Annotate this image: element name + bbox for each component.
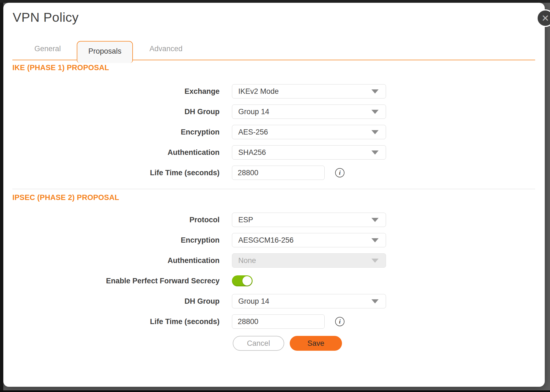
ipsec-life-time-input[interactable]	[232, 314, 325, 329]
ike-authentication-select[interactable]: SHA256	[232, 145, 386, 160]
ike-dh-group-row: DH Group Group 14	[3, 105, 545, 119]
chevron-down-icon	[371, 238, 379, 242]
protocol-row: Protocol ESP	[3, 213, 545, 227]
chevron-down-icon	[371, 110, 379, 114]
chevron-down-icon	[371, 299, 379, 303]
pfs-toggle[interactable]	[232, 275, 253, 286]
exchange-label: Exchange	[3, 87, 220, 96]
info-icon[interactable]: i	[335, 168, 344, 177]
ipsec-dh-group-row: DH Group Group 14	[3, 294, 545, 308]
ike-life-time-row: Life Time (seconds) i	[3, 166, 545, 180]
ipsec-authentication-value: None	[238, 256, 256, 265]
tab-proposals[interactable]: Proposals	[77, 41, 133, 63]
ike-authentication-label: Authentication	[3, 148, 220, 157]
exchange-select[interactable]: IKEv2 Mode	[232, 84, 386, 98]
tab-general[interactable]: General	[34, 45, 61, 60]
info-icon-glyph: i	[339, 318, 341, 325]
protocol-select[interactable]: ESP	[232, 213, 386, 227]
pfs-row: Enable Perfect Forward Secrecy	[3, 274, 545, 288]
close-icon: ✕	[541, 13, 549, 23]
ipsec-phase2-heading: IPSEC (PHASE 2) PROPOSAL	[12, 193, 545, 202]
exchange-row: Exchange IKEv2 Mode	[3, 84, 545, 98]
info-icon[interactable]: i	[335, 317, 344, 326]
ike-phase1-heading: IKE (PHASE 1) PROPOSAL	[12, 64, 545, 72]
ike-encryption-label: Encryption	[3, 128, 220, 136]
background-bottom-edge	[0, 390, 550, 392]
ipsec-phase2-form: Protocol ESP Encryption AESGCM16-256 Aut…	[3, 213, 545, 329]
ike-encryption-select[interactable]: AES-256	[232, 125, 386, 139]
ike-life-time-input[interactable]	[232, 166, 325, 180]
ipsec-authentication-select-disabled: None	[232, 253, 386, 268]
ike-dh-group-label: DH Group	[3, 108, 220, 116]
ipsec-dh-group-label: DH Group	[3, 297, 220, 306]
ike-dh-group-value: Group 14	[238, 108, 269, 116]
chevron-down-icon	[371, 218, 379, 222]
page-title: VPN Policy	[13, 10, 545, 25]
exchange-value: IKEv2 Mode	[238, 87, 279, 96]
ipsec-dh-group-value: Group 14	[238, 297, 269, 306]
chevron-down-icon	[371, 89, 379, 94]
vpn-policy-dialog: VPN Policy General Proposals Advanced IK…	[3, 3, 545, 387]
ipsec-dh-group-select[interactable]: Group 14	[232, 294, 386, 308]
ipsec-encryption-select[interactable]: AESGCM16-256	[232, 233, 386, 247]
ipsec-life-time-row: Life Time (seconds) i	[3, 314, 545, 329]
protocol-value: ESP	[238, 216, 253, 224]
tab-bar: General Proposals Advanced	[12, 41, 535, 60]
chevron-down-icon	[371, 150, 379, 155]
action-buttons: Cancel Save	[233, 336, 545, 351]
ipsec-encryption-label: Encryption	[3, 236, 220, 245]
ipsec-authentication-row: Authentication None	[3, 253, 545, 268]
pfs-label: Enable Perfect Forward Secrecy	[3, 277, 220, 285]
ike-authentication-row: Authentication SHA256	[3, 145, 545, 160]
protocol-label: Protocol	[3, 216, 220, 224]
background-left-edge	[0, 0, 3, 392]
cancel-button[interactable]: Cancel	[233, 336, 284, 351]
save-button[interactable]: Save	[290, 336, 342, 351]
ike-life-time-label: Life Time (seconds)	[3, 169, 220, 177]
tab-advanced[interactable]: Advanced	[149, 45, 182, 60]
ipsec-encryption-row: Encryption AESGCM16-256	[3, 233, 545, 247]
background-top-edge	[0, 0, 550, 3]
ike-authentication-value: SHA256	[238, 148, 266, 157]
toggle-knob	[242, 276, 252, 286]
ipsec-encryption-value: AESGCM16-256	[238, 236, 294, 245]
ike-encryption-value: AES-256	[238, 128, 268, 136]
ipsec-authentication-label: Authentication	[3, 256, 220, 265]
chevron-down-icon	[371, 130, 379, 134]
ike-encryption-row: Encryption AES-256	[3, 125, 545, 139]
ipsec-life-time-label: Life Time (seconds)	[3, 317, 220, 326]
ike-phase1-form: Exchange IKEv2 Mode DH Group Group 14 En…	[3, 84, 545, 180]
ike-dh-group-select[interactable]: Group 14	[232, 105, 386, 119]
chevron-down-icon	[371, 259, 379, 263]
section-divider	[12, 189, 535, 189]
info-icon-glyph: i	[339, 169, 341, 176]
